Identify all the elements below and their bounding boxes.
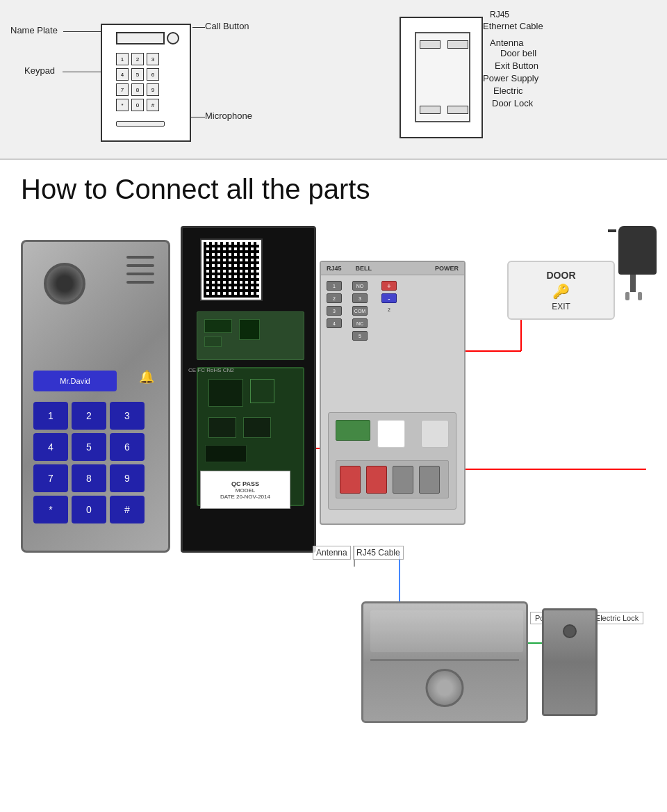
port-3 <box>420 106 440 114</box>
qr-code <box>200 238 263 301</box>
lock-cylinder <box>426 669 464 707</box>
prong-2 <box>638 292 642 300</box>
bottom-connectors <box>336 460 449 498</box>
db-key-8: 8 <box>72 464 106 492</box>
power-ports: + - 2 <box>381 281 397 341</box>
qr-pattern <box>204 242 259 298</box>
rj45-label: RJ45 <box>490 10 509 19</box>
key-7: 7 <box>116 83 129 96</box>
db-key-2: 2 <box>72 402 106 430</box>
antenna-label: Antenna <box>490 38 523 48</box>
bell-port-nc: NC <box>352 318 368 328</box>
relay-2 <box>243 417 271 438</box>
terminal-controller: RJ45 BELL POWER 1 2 3 4 NO 3 COM NC <box>320 261 466 525</box>
door-bell-label: Door bell <box>500 48 536 58</box>
gray-module <box>421 420 449 448</box>
speaker-line-1 <box>126 256 154 259</box>
rj45-port-1: 1 <box>327 281 342 291</box>
doorbell-unit: Mr.David 🔔 1 2 3 4 5 6 7 8 9 * 0 # <box>21 240 170 553</box>
prong-1 <box>625 292 629 300</box>
relay-1 <box>208 417 236 438</box>
lock-latch <box>542 608 598 716</box>
latch-screw <box>563 624 577 638</box>
exit-label: EXIT <box>552 302 570 311</box>
qc-label-box: QC PASS MODEL DATE 20-NOV-2014 <box>200 471 290 509</box>
power-port-minus: - <box>381 293 397 303</box>
key-3: 3 <box>147 53 159 65</box>
gray-connector <box>393 466 413 494</box>
date-text: DATE 20-NOV-2014 <box>220 494 270 500</box>
keypad-grid: 1 2 3 4 5 6 7 8 9 * 0 # <box>116 53 159 111</box>
rj45-port-4: 4 <box>327 318 342 328</box>
key-6: 6 <box>147 68 159 81</box>
power-supply-label-top: Power Supply <box>483 73 538 83</box>
chip-3 <box>239 319 260 340</box>
port-1 <box>420 40 440 49</box>
certification-text: CE FC RoHS CN2 <box>188 367 234 373</box>
name-plate-text: Mr.David <box>60 377 90 385</box>
power-port-plus: + <box>381 281 397 291</box>
ethernet-cable-label: Ethernet Cable <box>483 21 543 31</box>
lock-body <box>361 601 528 723</box>
connection-diagram: Mr.David 🔔 1 2 3 4 5 6 7 8 9 * 0 # <box>21 226 667 768</box>
door-exit-button[interactable]: DOOR 🔑 EXIT <box>507 261 615 320</box>
adapter-prongs <box>625 292 642 300</box>
name-plate-display: Mr.David <box>33 371 117 391</box>
db-key-hash: # <box>110 496 145 523</box>
key-8: 8 <box>131 83 144 96</box>
power-adapter <box>611 226 667 309</box>
terminal-header-row: RJ45 BELL POWER <box>321 262 464 275</box>
adapter-plug <box>630 275 636 292</box>
db-key-1: 1 <box>33 402 68 430</box>
rj45-port-3: 3 <box>327 306 342 316</box>
small-board <box>197 311 304 360</box>
key-star: * <box>116 99 129 111</box>
keypad-label: Keypad <box>24 65 55 76</box>
speaker-line-4 <box>126 281 154 284</box>
db-key-7: 7 <box>33 464 68 492</box>
speaker-line-3 <box>126 273 154 275</box>
door-label: DOOR <box>547 270 576 281</box>
screen-outline <box>116 32 165 44</box>
adapter-cord <box>608 229 616 232</box>
microphone-label: Microphone <box>205 111 252 121</box>
name-plate-line <box>63 31 101 32</box>
db-key-4: 4 <box>33 433 68 461</box>
door-lock-label: Door Lock <box>492 98 533 108</box>
qc-pass-text: QC PASS <box>231 480 259 487</box>
db-key-3: 3 <box>110 402 145 430</box>
antenna-conn-label: Antenna <box>313 546 351 560</box>
rj45-header: RJ45 <box>327 265 342 272</box>
connect-section: How to Connect all the parts <box>0 160 667 782</box>
port-4 <box>447 106 468 114</box>
rj45-ports: 1 2 3 4 <box>327 281 342 341</box>
lock-top-area <box>370 610 523 652</box>
bell-icon: 🔔 <box>139 369 154 384</box>
parts-diagram: 1 2 3 4 5 6 7 8 9 * 0 # Name Plate <box>0 0 667 160</box>
bell-port-3: 3 <box>352 293 368 303</box>
connect-title: How to Connect all the parts <box>21 174 646 205</box>
connector-strip <box>205 445 247 462</box>
main-chip <box>208 379 243 407</box>
bell-port-com: COM <box>352 306 368 316</box>
key-1: 1 <box>116 53 129 65</box>
port-2 <box>447 40 468 49</box>
keypad-line <box>63 72 101 72</box>
key-5: 5 <box>131 68 144 81</box>
back-panel-diagram: RJ45 Ethernet Cable Antenna Door bell Ex… <box>344 10 657 149</box>
camera-lens <box>44 263 85 304</box>
front-panel-diagram: 1 2 3 4 5 6 7 8 9 * 0 # Name Plate <box>10 10 323 149</box>
chip-2 <box>204 336 222 347</box>
power-header: POWER <box>435 265 459 272</box>
speaker-line-2 <box>126 264 154 267</box>
wifi-chip <box>250 379 274 403</box>
rj45-cable-conn-label: RJ45 Cable <box>353 546 404 560</box>
db-key-9: 9 <box>110 464 145 492</box>
rj45-port-2: 2 <box>327 293 342 303</box>
key-9: 9 <box>147 83 159 96</box>
back-panel-inner <box>415 32 470 122</box>
db-key-0: 0 <box>72 496 106 523</box>
terminal-ports-row: 1 2 3 4 NO 3 COM NC 5 + - 2 <box>321 275 464 346</box>
microphone-outline <box>116 121 165 127</box>
terminal-lower-board <box>328 412 456 510</box>
